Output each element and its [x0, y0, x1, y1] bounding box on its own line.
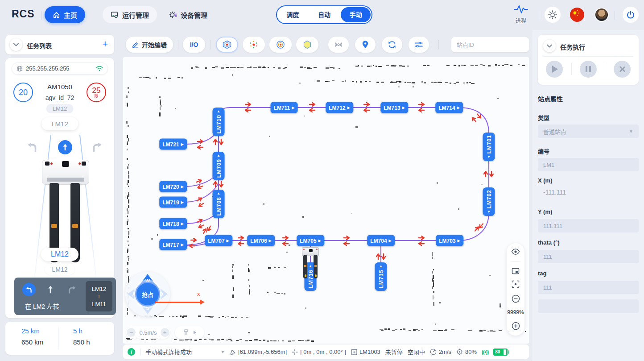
speed-decrease-button[interactable]: −: [127, 328, 136, 337]
turn-left-button[interactable]: [27, 142, 38, 154]
next-station-pill: LM12: [45, 264, 74, 275]
map-station[interactable]: LM703▶: [436, 235, 463, 246]
map-robot-body: [302, 247, 319, 256]
map-station[interactable]: LM707▶: [205, 235, 232, 246]
map-station[interactable]: LM701▼: [483, 133, 495, 161]
show-target-button[interactable]: [269, 37, 292, 53]
tag-input[interactable]: 111: [538, 281, 639, 294]
signal-icon: ((•)): [482, 349, 488, 355]
station-readout: LM1003: [351, 349, 380, 355]
task-cancel-button[interactable]: [614, 61, 631, 78]
nav-device[interactable]: 设备管理: [161, 6, 215, 23]
show-stations-button[interactable]: [216, 37, 238, 53]
collapse-task-exec-button[interactable]: [543, 40, 556, 52]
seize-control-button[interactable]: 抢占: [135, 282, 160, 307]
show-points-button[interactable]: [243, 37, 265, 53]
add-task-button[interactable]: +: [102, 38, 108, 50]
close-icon: [619, 66, 626, 73]
yellow-hexagon-icon: [303, 40, 312, 49]
top-bar: RCS 主页 运行管理 设备管理 调度 自动 手动 进程: [0, 0, 644, 30]
type-dropdown[interactable]: 普通站点 ▼: [538, 124, 639, 138]
nav-operation-label: 运行管理: [122, 10, 149, 20]
station-direction-icon: ▲: [217, 110, 220, 113]
y-input[interactable]: 111.111: [538, 219, 639, 232]
turn-right-button[interactable]: [91, 142, 103, 154]
trip-distance: 25 km: [21, 327, 43, 335]
play-small-icon: [193, 330, 197, 335]
focus-center-icon[interactable]: [512, 280, 520, 288]
map-station[interactable]: LM719▶: [159, 197, 187, 208]
nav-straight-icon: [47, 285, 54, 294]
pin-icon: [362, 40, 369, 49]
mode-manual[interactable]: 手动: [341, 7, 371, 22]
station-direction-icon: ▶: [269, 239, 272, 242]
task-pause-button[interactable]: [580, 61, 597, 78]
nav-home[interactable]: 主页: [45, 6, 85, 23]
map-station[interactable]: LM713▶: [380, 102, 408, 113]
speed-increase-button[interactable]: +: [161, 328, 169, 337]
language-flag-button[interactable]: [570, 8, 584, 22]
station-label: LM705: [300, 237, 316, 244]
map-station[interactable]: ▲LM708: [213, 190, 225, 218]
refresh-button[interactable]: [382, 37, 402, 53]
code-input[interactable]: LM1: [538, 158, 639, 171]
divider: [605, 63, 605, 75]
theta-input[interactable]: 111: [538, 250, 639, 263]
eye-icon[interactable]: [511, 249, 520, 255]
map-station[interactable]: LM705▶: [297, 235, 324, 246]
map-station[interactable]: LM718▶: [159, 218, 187, 229]
waveform-icon: [513, 4, 528, 14]
locate-pin-button[interactable]: [355, 37, 376, 53]
map-robot[interactable]: [302, 247, 319, 280]
task-play-button[interactable]: [546, 61, 563, 78]
x-value[interactable]: -111.111: [543, 189, 566, 196]
map-station[interactable]: ▲LM710: [213, 108, 225, 136]
mode-dispatch[interactable]: 调度: [278, 7, 308, 22]
map-station[interactable]: LM717▶: [159, 239, 187, 250]
robot-ip-field[interactable]: 255.255.255.255: [12, 62, 108, 75]
map-station[interactable]: LM720▶: [159, 181, 187, 192]
total-distance: 650 km: [21, 338, 43, 346]
io-label: I/O: [190, 41, 198, 48]
map-canvas[interactable]: ▲LM710LM711▶LM712▶LM713▶LM714▶LM701▼LM70…: [123, 57, 529, 344]
io-button[interactable]: I/O: [183, 37, 205, 53]
process-button[interactable]: 进程: [511, 4, 531, 24]
task-execution-title: 任务执行: [560, 42, 585, 51]
station-label: LM720: [162, 183, 179, 190]
map-station[interactable]: LM711▶: [271, 102, 298, 113]
minimap-icon[interactable]: [512, 268, 520, 274]
map-station[interactable]: LM721▶: [159, 139, 187, 150]
x-axis-label: x: [197, 290, 200, 297]
info-icon: i: [128, 348, 135, 356]
nav-operation[interactable]: 运行管理: [103, 6, 157, 23]
map-station[interactable]: ▲LM709: [213, 152, 225, 180]
divider: [571, 63, 572, 75]
refresh-icon: [388, 41, 396, 49]
chevron-down-icon: [547, 44, 552, 48]
show-area-button[interactable]: [296, 37, 318, 53]
fork-action-button[interactable]: [175, 326, 204, 339]
theme-button[interactable]: [545, 7, 561, 23]
power-button[interactable]: [623, 7, 639, 23]
zoom-out-icon[interactable]: [512, 295, 520, 303]
map-station[interactable]: LM712▶: [326, 102, 353, 113]
turn-right-icon: [91, 142, 103, 153]
collapse-task-list-button[interactable]: [10, 38, 22, 51]
zoom-in-icon[interactable]: [512, 322, 520, 330]
extra-field[interactable]: [538, 299, 639, 313]
map-station[interactable]: LM702▼: [483, 187, 495, 216]
start-edit-button[interactable]: 开始编辑: [126, 37, 173, 53]
map-station[interactable]: LM706▶: [247, 235, 275, 246]
map-station[interactable]: LM714▶: [435, 102, 463, 113]
station-search-input[interactable]: [456, 41, 536, 49]
show-radar-button[interactable]: [328, 37, 349, 53]
station-direction-icon: ▶: [457, 106, 460, 109]
mode-status-select[interactable]: 手动模式连接成功 ▼: [145, 348, 225, 356]
map-station[interactable]: ▲LM715: [375, 262, 387, 291]
filter-settings-button[interactable]: [409, 37, 429, 53]
avatar[interactable]: [594, 8, 609, 22]
map-station[interactable]: LM704▶: [367, 235, 395, 246]
trip-hours: 5 h: [73, 327, 90, 335]
mode-auto[interactable]: 自动: [310, 7, 339, 22]
go-forward-button[interactable]: [58, 140, 72, 154]
